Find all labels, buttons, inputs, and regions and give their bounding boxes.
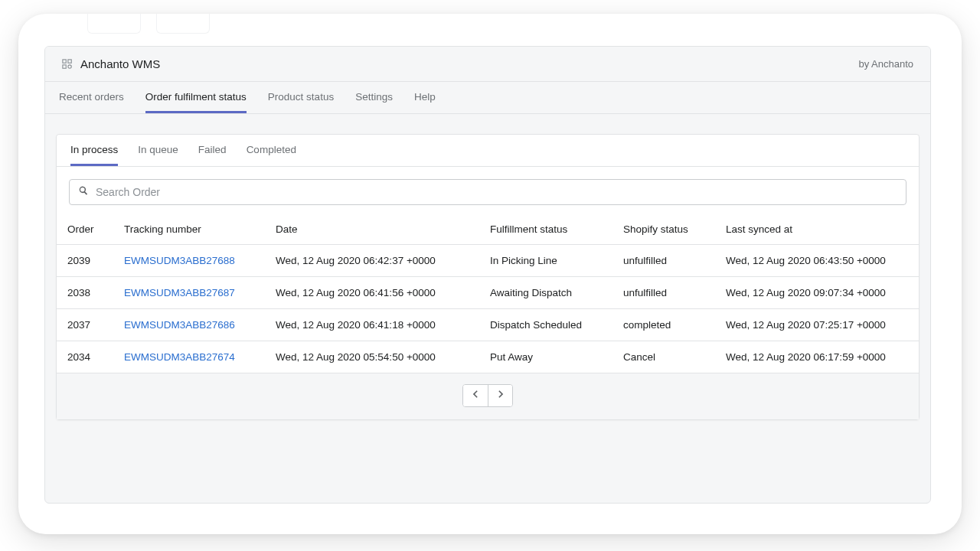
cell-order: 2034 bbox=[57, 341, 113, 373]
app-shell: Anchanto WMS by Anchanto Recent orders O… bbox=[44, 46, 931, 504]
app-byline: by Anchanto bbox=[858, 58, 913, 70]
table-row: 2034 EWMSUDM3ABB27674 Wed, 12 Aug 2020 0… bbox=[57, 341, 919, 373]
cell-synced: Wed, 12 Aug 2020 09:07:34 +0000 bbox=[715, 277, 919, 309]
cell-date: Wed, 12 Aug 2020 05:54:50 +0000 bbox=[265, 341, 479, 373]
app-icon bbox=[62, 59, 73, 70]
subtab-in-process[interactable]: In process bbox=[70, 135, 118, 166]
arrow-right-icon bbox=[495, 388, 507, 403]
cell-synced: Wed, 12 Aug 2020 07:25:17 +0000 bbox=[715, 309, 919, 341]
table-body: 2039 EWMSUDM3ABB27688 Wed, 12 Aug 2020 0… bbox=[57, 245, 919, 373]
svg-rect-0 bbox=[63, 59, 66, 62]
app-title: Anchanto WMS bbox=[80, 57, 160, 70]
search-wrap bbox=[57, 167, 919, 214]
tracking-link[interactable]: EWMSUDM3ABB27687 bbox=[124, 287, 235, 298]
tracking-link[interactable]: EWMSUDM3ABB27686 bbox=[124, 319, 235, 331]
status-sub-tabs: In process In queue Failed Completed bbox=[57, 135, 919, 167]
cell-shopify: Cancel bbox=[612, 341, 715, 373]
window-card: Anchanto WMS by Anchanto Recent orders O… bbox=[18, 14, 962, 534]
subtab-in-queue[interactable]: In queue bbox=[138, 135, 178, 166]
svg-point-3 bbox=[68, 64, 71, 67]
cell-shopify: unfulfilled bbox=[612, 245, 715, 277]
orders-table: Order Tracking number Date Fulfillment s… bbox=[57, 214, 919, 373]
col-tracking: Tracking number bbox=[113, 214, 265, 245]
content-area: In process In queue Failed Completed bbox=[45, 114, 930, 503]
cell-date: Wed, 12 Aug 2020 06:42:37 +0000 bbox=[265, 245, 479, 277]
tab-product-status[interactable]: Product status bbox=[268, 82, 334, 113]
tab-recent-orders[interactable]: Recent orders bbox=[59, 82, 124, 113]
next-page-button[interactable] bbox=[488, 385, 512, 406]
col-order: Order bbox=[57, 214, 113, 245]
col-shopify: Shopify status bbox=[612, 214, 715, 245]
col-fulfillment: Fulfillment status bbox=[479, 214, 612, 245]
app-header: Anchanto WMS by Anchanto bbox=[45, 47, 930, 82]
cell-fulfillment: Dispatch Scheduled bbox=[479, 309, 612, 341]
table-row: 2039 EWMSUDM3ABB27688 Wed, 12 Aug 2020 0… bbox=[57, 245, 919, 277]
cell-date: Wed, 12 Aug 2020 06:41:56 +0000 bbox=[265, 277, 479, 309]
main-tabs: Recent orders Order fulfilment status Pr… bbox=[45, 82, 930, 114]
cell-synced: Wed, 12 Aug 2020 06:17:59 +0000 bbox=[715, 341, 919, 373]
cell-fulfillment: Put Away bbox=[479, 341, 612, 373]
cell-order: 2037 bbox=[57, 309, 113, 341]
tracking-link[interactable]: EWMSUDM3ABB27688 bbox=[124, 255, 235, 266]
cell-fulfillment: Awaiting Dispatch bbox=[479, 277, 612, 309]
tab-order-fulfilment-status[interactable]: Order fulfilment status bbox=[145, 82, 247, 113]
cell-shopify: completed bbox=[612, 309, 715, 341]
table-row: 2037 EWMSUDM3ABB27686 Wed, 12 Aug 2020 0… bbox=[57, 309, 919, 341]
subtab-failed[interactable]: Failed bbox=[198, 135, 227, 166]
cell-date: Wed, 12 Aug 2020 06:41:18 +0000 bbox=[265, 309, 479, 341]
pagination bbox=[57, 373, 919, 419]
arrow-left-icon bbox=[469, 388, 482, 403]
svg-rect-2 bbox=[63, 64, 66, 67]
orders-panel: In process In queue Failed Completed bbox=[56, 134, 920, 420]
prev-page-button[interactable] bbox=[463, 385, 488, 406]
search-input[interactable] bbox=[90, 184, 898, 200]
cell-shopify: unfulfilled bbox=[612, 277, 715, 309]
cell-order: 2038 bbox=[57, 277, 113, 309]
cell-order: 2039 bbox=[57, 245, 113, 277]
tracking-link[interactable]: EWMSUDM3ABB27674 bbox=[124, 351, 235, 363]
table-header-row: Order Tracking number Date Fulfillment s… bbox=[57, 214, 919, 245]
col-synced: Last synced at bbox=[715, 214, 919, 245]
col-date: Date bbox=[265, 214, 479, 245]
tab-help[interactable]: Help bbox=[414, 82, 436, 113]
tab-settings[interactable]: Settings bbox=[355, 82, 393, 113]
subtab-completed[interactable]: Completed bbox=[247, 135, 296, 166]
svg-rect-1 bbox=[68, 59, 71, 62]
background-browser-tabs bbox=[87, 14, 210, 34]
table-row: 2038 EWMSUDM3ABB27687 Wed, 12 Aug 2020 0… bbox=[57, 277, 919, 309]
cell-synced: Wed, 12 Aug 2020 06:43:50 +0000 bbox=[715, 245, 919, 277]
search-box[interactable] bbox=[69, 179, 906, 205]
cell-fulfillment: In Picking Line bbox=[479, 245, 612, 277]
search-icon bbox=[77, 184, 90, 200]
